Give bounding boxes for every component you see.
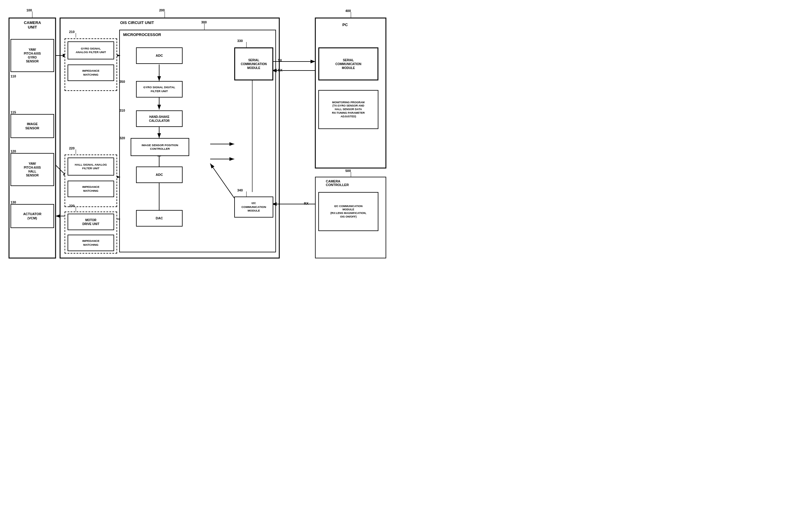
ref-110: 110 [10,74,16,78]
ref-310: 310 [120,109,125,112]
impedance1-block: IMPEDANCE MATCHING [68,64,114,81]
serial-comm-block: SERIAL COMMUNICATION MODULE [234,47,273,80]
ref-320: 320 [120,136,125,140]
impedance3-block: IMPEDANCE MATCHING [68,235,114,251]
motor-drive-block: MOTOR DRIVE UNIT [68,214,114,230]
pc-serial-block: SERIAL COMMUNICATION MODULE [318,47,378,80]
ref-120: 120 [10,150,16,153]
ref-330: 330 [237,39,243,43]
ref-100: 100 [26,8,32,12]
hand-shake-block: HAND-SHAKE CALCULATOR [136,110,183,127]
i2c-module-block: I2C COMMUNICATION MODULE [234,196,273,217]
rx1-label: RX [278,69,282,72]
ref-230: 230 [69,204,74,208]
ref-115: 115 [10,110,16,114]
ref-130: 130 [10,201,16,204]
ref-350: 350 [120,80,125,83]
camera-unit-label: CAMERA UNIT [15,20,50,29]
dac-block: DAC [136,210,183,227]
diagram: 100 CAMERA UNIT YAW/ PITCH-AXIS GYRO SEN… [0,0,392,266]
pc-label: PC [343,23,348,27]
image-sensor-block: IMAGE SENSOR [10,114,54,138]
ref-500: 500 [345,169,351,172]
ref-210: 210 [69,30,74,34]
gyro-analog-filter-block: GYRO SIGNAL ANALOG FILTER UNIT [68,42,114,59]
gyro-sensor-block: YAW/ PITCH-AXIS GYRO SENSOR [10,39,54,72]
adc2-block: ADC [136,166,183,183]
actuator-block: ACTUATOR (VCM) [10,204,54,228]
gyro-digital-filter-block: GYRO SIGNAL DIGITAL FILTER UNIT [136,81,183,98]
image-sensor-ctrl-block: IMAGE SENSOR POSITION CONTROLLER [131,138,189,156]
ref-340: 340 [237,188,243,192]
ref-220: 220 [69,147,74,150]
ref-200: 200 [159,8,164,12]
svg-line-25 [210,163,234,198]
ois-circuit-label: OIS CIRCUIT UNIT [120,20,154,25]
hall-analog-filter-block: HALL SIGNAL ANALOG FILTER UNIT [68,158,114,176]
ref-400: 400 [345,9,351,12]
adc1-block: ADC [136,47,183,64]
monitoring-block: MONITORING PROGRAM (TX:GYRO SENSOR AND H… [318,90,378,129]
hall-sensor-block: YAW/ PITCH-AXIS HALL SENSOR [10,153,54,186]
impedance2-block: IMPEDANCE MATCHING [68,181,114,197]
microprocessor-label: MICROPROCESSOR [123,32,161,37]
rx2-label: RX [304,202,308,205]
i2c-comm-module-block: I2C COMMUNICATION MODULE (RX:LENS MAGNIF… [318,192,378,231]
tx-label: TX [278,58,282,62]
camera-ctrl-label: CAMERA CONTROLLER [326,180,349,187]
